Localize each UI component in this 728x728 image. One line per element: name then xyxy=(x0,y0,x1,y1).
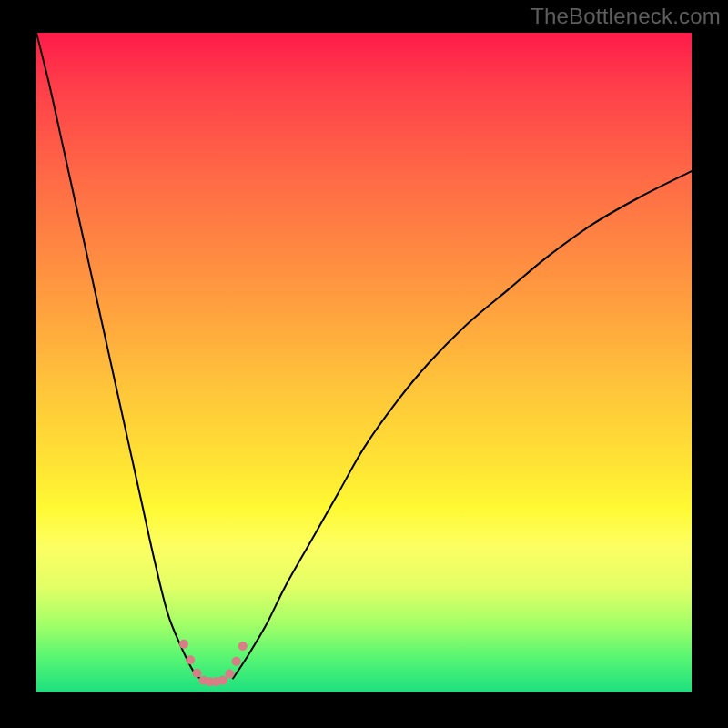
series-group xyxy=(36,33,692,686)
valley-dot xyxy=(218,676,228,685)
curve-layer xyxy=(36,33,692,692)
valley-dot xyxy=(179,640,188,649)
chart-frame: TheBottleneck.com xyxy=(0,0,728,728)
watermark-text: TheBottleneck.com xyxy=(531,4,721,29)
valley-dot xyxy=(186,655,195,664)
valley-dot xyxy=(225,669,234,678)
black-curve-left xyxy=(36,33,200,679)
valley-dot xyxy=(192,669,201,678)
valley-dot xyxy=(238,642,248,651)
black-curve-right xyxy=(233,171,692,678)
plot-area xyxy=(36,33,692,692)
valley-dot xyxy=(232,657,241,666)
